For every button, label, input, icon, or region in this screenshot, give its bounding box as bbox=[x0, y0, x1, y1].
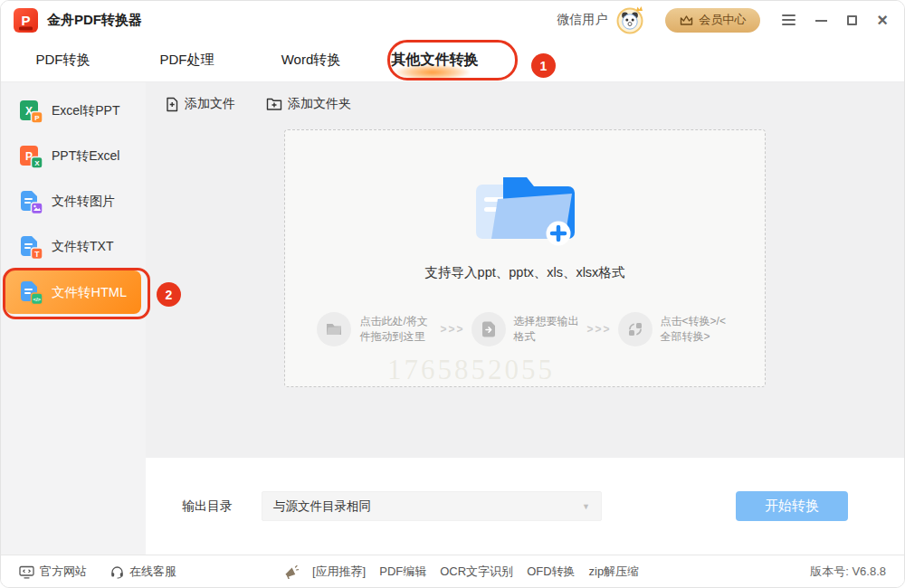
close-button[interactable]: × bbox=[877, 13, 888, 27]
monitor-icon bbox=[19, 565, 34, 579]
footer: 官方网站 在线客服 [应用推荐] PDF编辑 OCR文字识别 OFD转换 zip… bbox=[1, 555, 904, 588]
sidebar-item-file-to-txt[interactable]: T 文件转TXT bbox=[5, 225, 141, 269]
file-to-txt-icon: T bbox=[19, 235, 43, 260]
svg-text:T: T bbox=[34, 249, 40, 258]
headset-icon bbox=[110, 565, 124, 579]
ppt-to-excel-icon: P X bbox=[19, 145, 43, 169]
sidebar-item-excel-to-ppt[interactable]: X P Excel转PPT bbox=[5, 90, 141, 133]
tab-label: PDF处理 bbox=[160, 52, 214, 67]
add-folder-button[interactable]: 添加文件夹 bbox=[266, 96, 351, 112]
content-area: X P Excel转PPT P X PPT转Excel bbox=[1, 82, 904, 555]
official-website-label: 官方网站 bbox=[40, 564, 87, 580]
start-convert-button[interactable]: 开始转换 bbox=[736, 491, 848, 521]
titlebar: P 金舟PDF转换器 微信用户 会员中心 × bbox=[1, 1, 904, 39]
step-drag-files: 点击此处/将文件拖动到这里 bbox=[317, 312, 437, 346]
file-drop-zone[interactable]: 支持导入ppt、pptx、xls、xlsx格式 点击此处/将文件拖动到这里 >>… bbox=[284, 129, 766, 387]
online-support-label: 在线客服 bbox=[129, 564, 176, 580]
format-step-icon bbox=[472, 312, 506, 346]
member-center-label: 会员中心 bbox=[699, 12, 746, 28]
add-file-button[interactable]: 添加文件 bbox=[165, 96, 235, 112]
steps-row: 点击此处/将文件拖动到这里 >>> 选择想要输出格式 >>> bbox=[285, 312, 765, 346]
app-title: 金舟PDF转换器 bbox=[47, 12, 142, 29]
minimize-button[interactable] bbox=[815, 20, 827, 22]
sidebar-item-file-to-image[interactable]: 文件转图片 bbox=[5, 180, 141, 223]
arrow-separator: >>> bbox=[587, 323, 612, 336]
crown-icon bbox=[680, 14, 693, 26]
member-center-button[interactable]: 会员中心 bbox=[665, 8, 760, 33]
window-controls: × bbox=[782, 13, 888, 27]
output-directory-label: 输出目录 bbox=[182, 498, 233, 515]
official-website-link[interactable]: 官方网站 bbox=[19, 564, 87, 580]
sidebar-item-file-to-html[interactable]: </> 文件转HTML bbox=[5, 270, 141, 314]
tab-other-file-convert[interactable]: 其他文件转换 bbox=[373, 42, 497, 79]
svg-text:X: X bbox=[34, 159, 40, 167]
file-to-image-icon bbox=[19, 190, 43, 214]
megaphone-icon bbox=[283, 564, 299, 579]
sidebar-item-label: 文件转HTML bbox=[52, 284, 127, 301]
file-to-html-icon: </> bbox=[19, 280, 43, 305]
recommend-tag: [应用推荐] bbox=[312, 564, 366, 580]
chevron-down-icon: ▼ bbox=[582, 502, 590, 511]
supported-formats-text: 支持导入ppt、pptx、xls、xlsx格式 bbox=[285, 264, 765, 281]
tab-pdf-convert[interactable]: PDF转换 bbox=[1, 43, 125, 78]
user-label: 微信用户 bbox=[557, 12, 607, 28]
work-area: 添加文件 添加文件夹 bbox=[146, 82, 904, 458]
output-directory-select[interactable]: 与源文件目录相同 ▼ bbox=[262, 491, 602, 521]
sidebar-item-ppt-to-excel[interactable]: P X PPT转Excel bbox=[5, 135, 141, 178]
online-support-link[interactable]: 在线客服 bbox=[110, 564, 176, 580]
main-panel: 添加文件 添加文件夹 bbox=[146, 82, 904, 555]
watermark-text: 1765852055 bbox=[387, 354, 555, 386]
step-text: 点击此处/将文件拖动到这里 bbox=[359, 314, 437, 345]
output-panel: 输出目录 与源文件目录相同 ▼ 开始转换 bbox=[146, 458, 904, 555]
user-avatar[interactable] bbox=[616, 5, 645, 34]
tab-label: PDF转换 bbox=[36, 52, 90, 67]
menu-button[interactable] bbox=[782, 14, 795, 25]
footer-link-pdf-edit[interactable]: PDF编辑 bbox=[379, 564, 426, 580]
footer-link-zip[interactable]: zip解压缩 bbox=[589, 564, 640, 580]
app-logo-icon: P bbox=[14, 8, 38, 33]
footer-link-ofd[interactable]: OFD转换 bbox=[527, 564, 575, 580]
app-window: P 金舟PDF转换器 微信用户 会员中心 × bbox=[0, 0, 905, 588]
tab-label: 其他文件转换 bbox=[392, 52, 479, 67]
footer-link-ocr[interactable]: OCR文字识别 bbox=[440, 564, 513, 580]
add-file-icon bbox=[165, 97, 179, 112]
folder-step-icon bbox=[317, 312, 351, 346]
sidebar-item-label: Excel转PPT bbox=[52, 103, 119, 119]
svg-text:P: P bbox=[21, 12, 30, 27]
tab-word-convert[interactable]: Word转换 bbox=[249, 43, 373, 78]
add-folder-icon bbox=[266, 97, 282, 111]
step-text: 选择想要输出格式 bbox=[514, 314, 585, 345]
tab-pdf-process[interactable]: PDF处理 bbox=[125, 43, 249, 78]
sidebar-item-label: PPT转Excel bbox=[52, 148, 119, 165]
add-folder-label: 添加文件夹 bbox=[288, 96, 351, 112]
maximize-button[interactable] bbox=[847, 15, 857, 25]
version-label: 版本号: V6.8.8 bbox=[810, 564, 886, 580]
convert-step-icon bbox=[618, 312, 653, 346]
svg-text:</>: </> bbox=[33, 296, 41, 301]
sidebar-item-label: 文件转图片 bbox=[52, 194, 115, 210]
sidebar: X P Excel转PPT P X PPT转Excel bbox=[1, 82, 146, 555]
output-directory-value: 与源文件目录相同 bbox=[273, 498, 371, 515]
step-text: 点击<转换>/<全部转换> bbox=[661, 314, 733, 345]
toolbar: 添加文件 添加文件夹 bbox=[146, 82, 904, 112]
footer-recommend-group: [应用推荐] PDF编辑 OCR文字识别 OFD转换 zip解压缩 bbox=[283, 564, 639, 580]
step-click-convert: 点击<转换>/<全部转换> bbox=[618, 312, 733, 346]
sidebar-item-label: 文件转TXT bbox=[52, 239, 113, 255]
svg-text:P: P bbox=[34, 114, 40, 122]
add-file-label: 添加文件 bbox=[185, 96, 235, 112]
excel-to-ppt-icon: X P bbox=[19, 100, 43, 124]
arrow-separator: >>> bbox=[440, 323, 464, 336]
folder-add-icon bbox=[467, 166, 583, 250]
tab-navigation: PDF转换 PDF处理 Word转换 其他文件转换 bbox=[1, 39, 904, 82]
tab-label: Word转换 bbox=[281, 52, 341, 67]
step-select-format: 选择想要输出格式 bbox=[472, 312, 585, 346]
